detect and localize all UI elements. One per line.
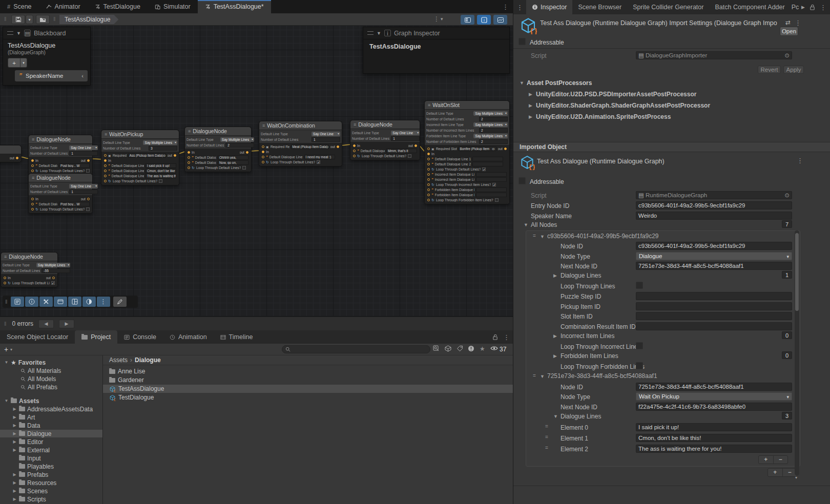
port[interactable] <box>427 158 430 160</box>
dialogue-line-field[interactable]: The ass is waiting there for y <box>146 174 176 178</box>
tree-folder-editor[interactable]: ▶Editor <box>12 438 43 446</box>
node-group-header[interactable]: 7251e73e-38d3-44ff-a8c5-bcf54088aaf1 <box>547 372 657 380</box>
tab-batch-component-adder[interactable]: Batch Component Adder <box>709 0 790 14</box>
foldout-icon[interactable]: ▶ <box>12 431 17 436</box>
dialogue-line-field[interactable]: I said pick it up! <box>146 163 176 168</box>
output-port[interactable] <box>87 159 90 162</box>
dialogue-line-field[interactable] <box>476 187 507 192</box>
tab-animation[interactable]: Animation <box>163 330 214 344</box>
tab-testassdialogue[interactable]: TestAssDialogue* <box>198 0 271 13</box>
graph-canvas[interactable]: ≡StartNode SpeakerName out ≡DialogueNode… <box>0 26 513 317</box>
breadcrumb-root[interactable]: Assets <box>109 356 128 364</box>
tab-scroll-right-icon[interactable]: ▶ <box>801 5 805 10</box>
line-type-dropdown[interactable]: Say One Line <box>391 131 420 135</box>
prev-error-button[interactable]: ◀ <box>38 320 54 328</box>
tab-timeline[interactable]: Timeline <box>214 330 260 344</box>
presets-icon[interactable]: ⇄ <box>785 19 791 26</box>
output-port[interactable] <box>87 198 90 200</box>
port[interactable] <box>427 199 430 201</box>
node-id-field[interactable]: c93b5606-401f-49a2-99b5-9ecbf1fa9c29 <box>636 242 792 250</box>
port[interactable] <box>104 170 107 172</box>
line-type-dropdown[interactable]: Say Multiple Lines <box>143 140 177 145</box>
object-picker-icon[interactable]: ⊙ <box>327 145 328 149</box>
port[interactable] <box>427 148 430 150</box>
port[interactable] <box>188 161 190 164</box>
node-type-dropdown[interactable]: Dialogue <box>636 252 792 260</box>
foldout-icon[interactable]: ▶ <box>12 439 17 444</box>
loop-checkbox[interactable] <box>86 207 90 211</box>
element-0-field[interactable]: I said pick it up! <box>636 423 792 431</box>
reorder-handle[interactable]: = <box>533 373 536 379</box>
panel-drag-icon[interactable] <box>367 31 374 35</box>
loop-through-lines-checkbox[interactable] <box>636 282 643 289</box>
asset-folder-gardener[interactable]: Gardener <box>103 376 513 384</box>
port[interactable] <box>31 164 34 167</box>
dialogue-node[interactable]: ≡DialogueNode Default Line TypeSay One L… <box>28 135 93 175</box>
port[interactable] <box>104 154 107 157</box>
blackboard-toggle-button[interactable] <box>461 15 474 25</box>
open-in-search-icon[interactable] <box>433 345 440 352</box>
tab-simulator[interactable]: Simulator <box>148 0 198 13</box>
all-nodes-foldout[interactable]: All Nodes <box>531 221 557 228</box>
port[interactable] <box>188 166 190 169</box>
tree-favorites[interactable]: ▼★Favorites <box>4 359 46 366</box>
line-count-field[interactable]: 2 <box>225 143 254 148</box>
blackboard-property-row[interactable]: ” SpeakerName ‹ <box>15 70 88 81</box>
tree-all-materials[interactable]: All Materials <box>20 367 61 374</box>
foldout-icon[interactable]: ▼ <box>540 234 545 239</box>
input-port[interactable] <box>31 159 34 162</box>
port[interactable] <box>427 183 430 186</box>
open-button[interactable]: Open <box>780 27 798 36</box>
dialogue-line-field[interactable] <box>476 193 507 197</box>
layout-button[interactable] <box>68 297 81 307</box>
loop-through-incorrect-checkbox[interactable] <box>636 342 643 349</box>
tools-button[interactable] <box>39 297 53 307</box>
foldout-icon[interactable]: ▶ <box>12 472 17 477</box>
tree-assets-root[interactable]: ▼Assets <box>4 397 39 405</box>
loop-through-forbidden-checkbox[interactable] <box>636 362 643 369</box>
create-asset-dropdown[interactable]: ▾ <box>10 347 12 352</box>
collapse-icon[interactable]: ▼ <box>16 31 21 36</box>
speaker-name-field[interactable]: Weirdo <box>636 212 792 220</box>
asset-testdialogue[interactable]: {} TestDialogue <box>103 393 513 402</box>
port[interactable] <box>427 168 430 171</box>
element-1-field[interactable]: Cmon, don't be like this! <box>636 434 792 442</box>
port[interactable] <box>31 203 34 205</box>
dialogue-line-field[interactable] <box>476 172 507 177</box>
panel-drag-icon[interactable] <box>7 31 13 35</box>
dialogue-line-field[interactable] <box>472 157 503 161</box>
line-count-field[interactable]: 1 <box>391 136 420 141</box>
foldout-icon[interactable]: ▶ <box>12 480 17 485</box>
port[interactable] <box>353 150 356 152</box>
addressable-checkbox[interactable] <box>518 38 526 45</box>
output-port[interactable] <box>246 151 248 154</box>
line-type-dropdown[interactable]: Say Multiple Lines <box>473 134 508 138</box>
tree-all-prefabs[interactable]: All Prefabs <box>20 383 57 391</box>
dialogue-node[interactable]: ≡DialogueNode Default Line TypeSay Multi… <box>1 252 58 287</box>
port[interactable] <box>353 155 356 157</box>
loop-checkbox[interactable]: ✓ <box>492 183 496 186</box>
tree-folder-scenes[interactable]: ▶Scenes <box>12 487 48 495</box>
line-count-field[interactable]: 1 <box>312 137 340 142</box>
foldout-icon[interactable]: ▼ <box>540 374 545 379</box>
output-port[interactable] <box>414 144 417 147</box>
inspector-more-icon[interactable]: ⋮ <box>820 4 826 11</box>
line-count-field[interactable]: 1 <box>69 190 98 194</box>
reorder-handle[interactable]: = <box>545 434 548 440</box>
tab-scene[interactable]: #Scene <box>0 0 39 13</box>
foldout-icon[interactable]: ▼ <box>553 414 558 419</box>
foldout-icon[interactable]: ▶ <box>529 103 532 108</box>
dialogue-line-field[interactable]: Post boy... W <box>59 202 90 206</box>
tree-folder-resources[interactable]: ▶Resources <box>12 479 56 487</box>
start-node[interactable]: ≡StartNode SpeakerName out <box>0 145 22 162</box>
visibility-eye-icon[interactable] <box>490 345 498 351</box>
dialogue-line-field[interactable]: Post boy... W <box>59 163 90 168</box>
collapse-icon[interactable]: ▼ <box>377 31 381 36</box>
edit-button[interactable] <box>113 297 127 307</box>
loop-checkbox[interactable] <box>159 179 162 183</box>
minimap-toggle-button[interactable] <box>493 15 507 25</box>
drag-handle[interactable]: ‖ <box>5 299 8 305</box>
foldout-icon[interactable]: ▼ <box>4 360 9 365</box>
loop-checkbox[interactable] <box>86 169 90 173</box>
dialogue-line-field[interactable] <box>476 177 507 182</box>
